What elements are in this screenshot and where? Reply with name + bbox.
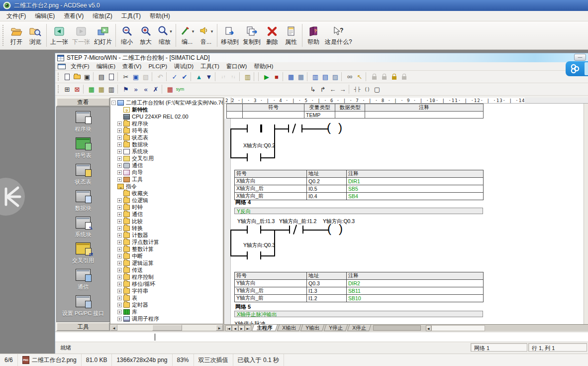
undo-icon[interactable]: ↶ <box>156 72 165 81</box>
expander-icon[interactable]: + <box>117 275 122 279</box>
unforce-icon[interactable] <box>380 72 389 81</box>
toolbar-separator[interactable] <box>215 72 217 81</box>
line-right-icon[interactable]: → <box>338 85 347 94</box>
delete-network-icon[interactable]: ⊠ <box>73 85 82 94</box>
force-on-icon[interactable] <box>390 72 398 81</box>
expander-icon[interactable]: + <box>117 303 122 307</box>
single-read-icon[interactable]: ▤ <box>321 72 330 81</box>
symbolic-addressing-icon[interactable]: ▦ <box>97 85 106 94</box>
zoom-out-button[interactable]: 缩小 <box>117 22 136 48</box>
minimize-button[interactable]: — <box>574 54 586 61</box>
tree-item-integer-math[interactable]: + 整数计算 <box>110 245 223 252</box>
toolbar-separator[interactable] <box>254 72 256 81</box>
toolbar-separator[interactable] <box>341 72 344 81</box>
line-down-icon[interactable]: ↳ <box>308 85 317 94</box>
menu-item[interactable]: 缩放(Z) <box>88 11 116 21</box>
previous-tab-icon[interactable] <box>232 325 238 331</box>
nav-set-pgpc-interface[interactable]: 设置 PG/PC 接口 <box>57 295 109 322</box>
contact-icon[interactable]: ┤├ <box>353 85 362 94</box>
network-4-comment[interactable]: Y反向 <box>234 208 483 214</box>
previous-bookmark-icon[interactable]: « <box>141 85 150 94</box>
expander-icon[interactable]: + <box>117 247 122 251</box>
toolbar-separator[interactable] <box>117 72 120 81</box>
zoom-in-button[interactable]: 放大 <box>136 22 155 48</box>
tree-item-system-block[interactable]: + 系统块 <box>110 148 223 155</box>
tree-item-status-chart[interactable]: + 状态表 <box>110 134 223 141</box>
scrollbar-thumb[interactable] <box>152 325 182 331</box>
copy-icon[interactable]: ▣ <box>131 72 140 81</box>
nav-data-block[interactable]: 数据块 <box>57 190 109 217</box>
box-icon[interactable]: ▢ <box>373 85 382 94</box>
program-status-icon[interactable]: ▦ <box>287 72 295 81</box>
editor-horizontal-scrollbar[interactable] <box>431 325 485 331</box>
scroll-right-icon[interactable]: ▶ <box>216 325 223 331</box>
compile-all-icon[interactable]: ✔ <box>180 72 189 81</box>
expander-icon[interactable]: + <box>117 240 122 244</box>
nav-footer-tools-button[interactable]: 工具 <box>56 322 110 331</box>
nav-symbol-table[interactable]: 符号表 <box>57 137 109 164</box>
expander-icon[interactable]: + <box>117 317 122 321</box>
line-left-icon[interactable]: ← <box>328 85 337 94</box>
edit-strip[interactable] <box>55 332 588 342</box>
move-to-button[interactable]: 移动到 <box>219 22 241 48</box>
toolbar-gap[interactable] <box>186 85 307 94</box>
tree-item-wizards[interactable]: + 向导 <box>110 169 223 176</box>
toolbar-separator[interactable] <box>239 72 242 81</box>
tree-item-symbol-table[interactable]: + 符号表 <box>110 127 223 134</box>
menu-item[interactable]: 文件(F) <box>67 62 93 71</box>
expander-icon[interactable]: + <box>117 289 122 293</box>
expander-icon[interactable]: + <box>117 177 122 182</box>
compile-icon[interactable]: ✓ <box>170 72 179 81</box>
scroll-left-icon[interactable]: ◀ <box>110 325 117 331</box>
line-up-icon[interactable]: ↱ <box>318 85 327 94</box>
nav-communications[interactable]: 通信 <box>57 269 109 295</box>
force-icon[interactable] <box>370 72 379 81</box>
expander-icon[interactable]: + <box>117 212 122 217</box>
print-icon[interactable]: ▤ <box>97 72 106 81</box>
tree-item-timers[interactable]: + 定时器 <box>110 301 223 308</box>
nav-cross-reference[interactable]: ⇄ 交叉引用 <box>57 243 109 269</box>
help-button[interactable]: ? 帮助 <box>304 22 323 48</box>
tree-item-cpu[interactable]: CPU 224XP REL 02.00 <box>110 113 223 120</box>
expander-icon[interactable]: + <box>117 268 122 272</box>
tree-item-comm[interactable]: + 通信 <box>110 211 223 218</box>
pause-program-status-icon[interactable]: ▦ <box>296 72 305 81</box>
toolbar-separator[interactable] <box>349 85 351 94</box>
expander-icon[interactable] <box>117 115 122 119</box>
overlay-recorder-button[interactable] <box>566 61 588 76</box>
tree-item-clock[interactable]: + 时钟 <box>110 204 223 211</box>
tab-y-output[interactable]: Y输出 <box>300 325 324 331</box>
toolbar-separator[interactable] <box>258 72 261 81</box>
expander-icon[interactable]: + <box>117 310 122 314</box>
copy-to-button[interactable]: 复制到 <box>241 22 263 48</box>
next-bookmark-icon[interactable]: » <box>131 85 140 94</box>
options-icon[interactable]: ▥ <box>243 72 252 81</box>
delete-button[interactable]: 删除 <box>263 22 282 48</box>
hscroll-left-icon[interactable]: ◀ <box>426 325 431 331</box>
expander-icon[interactable]: + <box>117 254 122 258</box>
tree-item-communications[interactable]: + 通信 <box>110 162 223 169</box>
tree-horizontal-scrollbar[interactable]: ◀ ▶ <box>110 324 223 331</box>
tree-item-data-block[interactable]: + 数据块 <box>110 141 223 148</box>
sort-ascending-icon[interactable]: ↓↑ <box>219 72 228 81</box>
network-4-title[interactable]: 网络 4 <box>235 199 251 206</box>
tree-root-project[interactable]: - 二维工作台控制 (F:\淘宝\毕业实例\No.760 S7-20 <box>110 99 223 106</box>
properties-button[interactable]: 属性 <box>282 22 300 48</box>
whats-this-button[interactable]: ? 这是什么? <box>323 22 354 48</box>
expander-icon[interactable]: + <box>117 163 122 168</box>
force-pointer-icon[interactable]: ↖ <box>355 72 364 81</box>
expander-icon[interactable]: + <box>117 122 122 126</box>
tree-item-string[interactable]: + 字符串 <box>110 287 223 294</box>
contact-label[interactable]: X轴方向:Q0.2 <box>243 142 275 149</box>
expander-icon[interactable]: + <box>117 205 122 210</box>
expander-icon[interactable] <box>117 108 122 112</box>
symbolic-view-icon[interactable]: sym <box>176 85 185 94</box>
symbol-table-icon[interactable]: ▥ <box>107 85 116 94</box>
nav-header-view-button[interactable]: 查看 <box>56 98 110 107</box>
bookmark-icon[interactable]: ⚑ <box>121 85 130 94</box>
expander-icon[interactable]: + <box>117 135 122 140</box>
network-5-title[interactable]: 网络 5 <box>235 303 251 311</box>
menu-item[interactable]: 调试(D) <box>171 62 197 71</box>
tree-item-program-block[interactable]: + 程序块 <box>110 120 223 127</box>
expander-icon[interactable]: + <box>117 219 122 224</box>
